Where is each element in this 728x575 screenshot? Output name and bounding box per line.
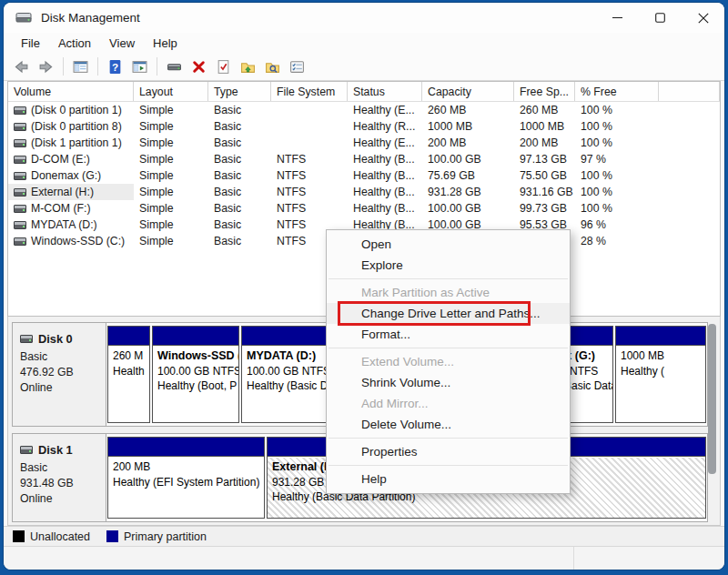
column-header-volume[interactable]: Volume <box>8 82 134 101</box>
volume-cell: D-COM (E:) <box>8 151 134 167</box>
svg-text:?: ? <box>112 60 118 72</box>
column-header-blank <box>659 82 720 101</box>
menu-item-help[interactable]: Help <box>327 469 570 489</box>
pct-cell: 100 % <box>575 102 659 118</box>
disk-1-info-panel[interactable]: Disk 1 Basic 931.48 GB Online <box>12 433 106 522</box>
column-header-file-system[interactable]: File System <box>271 82 348 101</box>
pct-cell: 100 % <box>575 135 659 151</box>
column-header-free-space[interactable]: Free Sp... <box>514 82 575 101</box>
menu-item-explore[interactable]: Explore <box>327 255 570 276</box>
properties-button[interactable] <box>286 55 308 78</box>
volume-cell: MYDATA (D:) <box>8 217 134 233</box>
partition-mydata[interactable]: MYDATA (D:)100.00 GB NTFSHealthy (Basic … <box>241 326 329 423</box>
menu-item-change-drive-letter[interactable]: Change Drive Letter and Paths... <box>327 303 570 324</box>
capacity-cell: 100.00 GB <box>422 151 514 167</box>
explore-button[interactable] <box>261 55 284 78</box>
volume-cell: (Disk 0 partition 1) <box>8 102 134 118</box>
menu-item-open[interactable]: Open <box>327 234 570 255</box>
window-controls <box>596 3 724 33</box>
column-header-capacity[interactable]: Capacity <box>422 82 514 101</box>
minimize-icon <box>612 13 622 23</box>
delete-icon <box>191 59 207 75</box>
menu-separator <box>329 278 568 279</box>
type-cell: Basic <box>208 135 271 151</box>
title-bar: Disk Management <box>4 3 724 33</box>
capacity-cell: 931.28 GB <box>422 184 514 200</box>
menu-item-format[interactable]: Format... <box>327 324 570 345</box>
toolbar-separator <box>63 57 64 76</box>
partition-disk0-efi[interactable]: 260 MHealth <box>107 326 150 423</box>
free-cell: 97.13 GB <box>514 151 575 167</box>
volume-row[interactable]: (Disk 1 partition 1) Simple Basic Health… <box>8 135 720 151</box>
partition-windows-ssd[interactable]: Windows-SSD (C:)100.00 GB NTFSHealthy (B… <box>152 326 239 423</box>
disk-size: 476.92 GB <box>20 365 106 380</box>
desktop-background: { "window": { "title": "Disk Management"… <box>0 0 728 575</box>
column-header-pct-free[interactable]: % Free <box>575 82 659 101</box>
show-console-tree-button[interactable] <box>69 55 92 78</box>
volume-icon <box>14 106 26 115</box>
toolbar: ? <box>4 53 724 81</box>
free-cell: 260 MB <box>514 102 575 118</box>
menu-item-shrink-volume[interactable]: Shrink Volume... <box>327 372 570 393</box>
layout-cell: Simple <box>134 102 208 118</box>
vertical-scrollbar-thumb[interactable] <box>708 324 716 474</box>
status-bar <box>4 546 724 570</box>
volume-cell: External (H:) <box>8 184 134 200</box>
fs-cell <box>271 102 348 118</box>
type-cell: Basic <box>208 118 271 135</box>
back-icon <box>14 59 29 75</box>
volume-row[interactable]: (Disk 0 partition 1) Simple Basic Health… <box>8 102 720 118</box>
capacity-cell: 200 MB <box>422 135 514 151</box>
status-cell: Healthy (B... <box>348 167 422 184</box>
capacity-cell: 100.00 GB <box>422 200 514 217</box>
partition-color-band <box>108 438 264 457</box>
explore-folder-icon <box>265 59 280 75</box>
menu-file[interactable]: File <box>12 35 49 52</box>
volume-icon <box>14 139 26 147</box>
delete-volume-button[interactable] <box>187 55 210 78</box>
maximize-icon <box>655 13 665 23</box>
column-header-status[interactable]: Status <box>348 82 422 101</box>
pct-cell: 97 % <box>575 151 659 167</box>
layout-cell: Simple <box>134 200 208 217</box>
layout-cell: Simple <box>134 135 208 151</box>
primary-partition-swatch <box>106 530 118 542</box>
forward-button[interactable] <box>35 55 57 78</box>
show-action-pane-icon <box>132 59 147 75</box>
menu-item-properties[interactable]: Properties <box>327 441 570 462</box>
back-button[interactable] <box>10 55 33 78</box>
disk-0-info-panel[interactable]: Disk 0 Basic 476.92 GB Online <box>12 322 106 427</box>
context-menu: Open Explore Mark Partition as Active Ch… <box>326 229 571 494</box>
minimize-button[interactable] <box>596 3 639 33</box>
column-header-type[interactable]: Type <box>208 82 271 101</box>
menu-view[interactable]: View <box>100 35 144 52</box>
show-action-pane-button[interactable] <box>128 55 151 78</box>
maximize-button[interactable] <box>639 3 682 33</box>
menu-help[interactable]: Help <box>144 35 187 52</box>
volume-row[interactable]: Donemax (G:) Simple Basic NTFS Healthy (… <box>8 167 720 184</box>
volume-cell: Donemax (G:) <box>8 167 134 184</box>
capacity-cell: 1000 MB <box>422 118 514 135</box>
volume-cell: (Disk 1 partition 1) <box>8 135 134 151</box>
menu-separator <box>329 348 568 348</box>
help-button[interactable]: ? <box>104 55 126 78</box>
partition-recovery[interactable]: 1000 MBHealthy ( <box>615 326 706 423</box>
volume-row[interactable]: (Disk 0 partition 8) Simple Basic Health… <box>8 118 720 135</box>
device-button[interactable] <box>163 55 186 78</box>
pct-cell: 96 % <box>575 217 659 233</box>
mark-active-button[interactable] <box>212 55 235 78</box>
volume-row-selected[interactable]: External (H:) Simple Basic NTFS Healthy … <box>8 184 720 200</box>
free-cell: 200 MB <box>514 135 575 151</box>
volume-row[interactable]: D-COM (E:) Simple Basic NTFS Healthy (B.… <box>8 151 720 167</box>
menu-item-delete-volume[interactable]: Delete Volume... <box>327 414 570 435</box>
menu-item-mark-partition-active: Mark Partition as Active <box>327 282 570 303</box>
column-header-layout[interactable]: Layout <box>134 82 208 101</box>
open-button[interactable] <box>237 55 259 78</box>
close-button[interactable] <box>682 3 724 33</box>
volume-row[interactable]: M-COM (F:) Simple Basic NTFS Healthy (B.… <box>8 200 720 217</box>
partition-disk1-efi[interactable]: 200 MBHealthy (EFI System Partition) <box>107 437 265 519</box>
volume-icon <box>14 221 26 229</box>
close-icon <box>698 13 709 24</box>
pct-cell: 100 % <box>575 200 659 217</box>
menu-action[interactable]: Action <box>49 35 100 52</box>
